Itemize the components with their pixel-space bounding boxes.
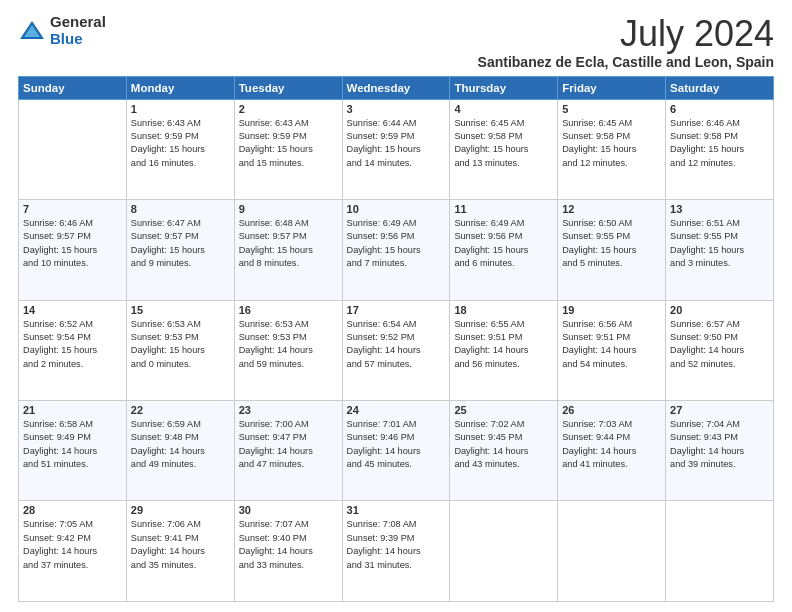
weekday-header-saturday: Saturday xyxy=(666,76,774,99)
logo-general-text: General xyxy=(50,14,106,31)
day-number: 22 xyxy=(131,404,230,416)
day-info: Sunrise: 6:52 AMSunset: 9:54 PMDaylight:… xyxy=(23,318,122,371)
weekday-header-monday: Monday xyxy=(126,76,234,99)
calendar-cell: 9Sunrise: 6:48 AMSunset: 9:57 PMDaylight… xyxy=(234,200,342,300)
day-info: Sunrise: 6:45 AMSunset: 9:58 PMDaylight:… xyxy=(454,117,553,170)
calendar-cell: 24Sunrise: 7:01 AMSunset: 9:46 PMDayligh… xyxy=(342,401,450,501)
day-number: 12 xyxy=(562,203,661,215)
day-info: Sunrise: 6:55 AMSunset: 9:51 PMDaylight:… xyxy=(454,318,553,371)
calendar-cell: 19Sunrise: 6:56 AMSunset: 9:51 PMDayligh… xyxy=(558,300,666,400)
week-row-4: 21Sunrise: 6:58 AMSunset: 9:49 PMDayligh… xyxy=(19,401,774,501)
day-number: 11 xyxy=(454,203,553,215)
calendar-cell: 1Sunrise: 6:43 AMSunset: 9:59 PMDaylight… xyxy=(126,99,234,199)
day-number: 8 xyxy=(131,203,230,215)
weekday-header-tuesday: Tuesday xyxy=(234,76,342,99)
week-row-1: 1Sunrise: 6:43 AMSunset: 9:59 PMDaylight… xyxy=(19,99,774,199)
day-info: Sunrise: 6:57 AMSunset: 9:50 PMDaylight:… xyxy=(670,318,769,371)
calendar-cell: 10Sunrise: 6:49 AMSunset: 9:56 PMDayligh… xyxy=(342,200,450,300)
logo-icon xyxy=(18,17,46,45)
day-number: 20 xyxy=(670,304,769,316)
day-number: 23 xyxy=(239,404,338,416)
day-info: Sunrise: 7:08 AMSunset: 9:39 PMDaylight:… xyxy=(347,518,446,571)
day-info: Sunrise: 6:46 AMSunset: 9:58 PMDaylight:… xyxy=(670,117,769,170)
day-info: Sunrise: 6:58 AMSunset: 9:49 PMDaylight:… xyxy=(23,418,122,471)
day-number: 4 xyxy=(454,103,553,115)
weekday-header-wednesday: Wednesday xyxy=(342,76,450,99)
day-number: 13 xyxy=(670,203,769,215)
day-number: 2 xyxy=(239,103,338,115)
calendar-cell: 20Sunrise: 6:57 AMSunset: 9:50 PMDayligh… xyxy=(666,300,774,400)
calendar-cell: 30Sunrise: 7:07 AMSunset: 9:40 PMDayligh… xyxy=(234,501,342,602)
day-info: Sunrise: 6:53 AMSunset: 9:53 PMDaylight:… xyxy=(131,318,230,371)
day-info: Sunrise: 6:47 AMSunset: 9:57 PMDaylight:… xyxy=(131,217,230,270)
calendar-cell: 8Sunrise: 6:47 AMSunset: 9:57 PMDaylight… xyxy=(126,200,234,300)
page: General Blue July 2024 Santibanez de Ecl… xyxy=(0,0,792,612)
calendar-cell: 15Sunrise: 6:53 AMSunset: 9:53 PMDayligh… xyxy=(126,300,234,400)
day-info: Sunrise: 6:53 AMSunset: 9:53 PMDaylight:… xyxy=(239,318,338,371)
day-number: 15 xyxy=(131,304,230,316)
calendar-cell: 2Sunrise: 6:43 AMSunset: 9:59 PMDaylight… xyxy=(234,99,342,199)
calendar-cell: 28Sunrise: 7:05 AMSunset: 9:42 PMDayligh… xyxy=(19,501,127,602)
day-number: 10 xyxy=(347,203,446,215)
day-number: 5 xyxy=(562,103,661,115)
day-number: 1 xyxy=(131,103,230,115)
calendar-cell: 26Sunrise: 7:03 AMSunset: 9:44 PMDayligh… xyxy=(558,401,666,501)
day-info: Sunrise: 6:43 AMSunset: 9:59 PMDaylight:… xyxy=(131,117,230,170)
calendar-cell: 7Sunrise: 6:46 AMSunset: 9:57 PMDaylight… xyxy=(19,200,127,300)
day-number: 9 xyxy=(239,203,338,215)
calendar-cell xyxy=(666,501,774,602)
day-info: Sunrise: 6:45 AMSunset: 9:58 PMDaylight:… xyxy=(562,117,661,170)
calendar-cell: 16Sunrise: 6:53 AMSunset: 9:53 PMDayligh… xyxy=(234,300,342,400)
day-info: Sunrise: 6:44 AMSunset: 9:59 PMDaylight:… xyxy=(347,117,446,170)
calendar-cell: 22Sunrise: 6:59 AMSunset: 9:48 PMDayligh… xyxy=(126,401,234,501)
calendar-cell: 18Sunrise: 6:55 AMSunset: 9:51 PMDayligh… xyxy=(450,300,558,400)
day-info: Sunrise: 7:04 AMSunset: 9:43 PMDaylight:… xyxy=(670,418,769,471)
calendar-cell: 29Sunrise: 7:06 AMSunset: 9:41 PMDayligh… xyxy=(126,501,234,602)
calendar-cell xyxy=(19,99,127,199)
day-number: 6 xyxy=(670,103,769,115)
day-number: 25 xyxy=(454,404,553,416)
calendar-cell: 27Sunrise: 7:04 AMSunset: 9:43 PMDayligh… xyxy=(666,401,774,501)
day-number: 18 xyxy=(454,304,553,316)
day-number: 3 xyxy=(347,103,446,115)
day-info: Sunrise: 7:07 AMSunset: 9:40 PMDaylight:… xyxy=(239,518,338,571)
week-row-2: 7Sunrise: 6:46 AMSunset: 9:57 PMDaylight… xyxy=(19,200,774,300)
day-number: 21 xyxy=(23,404,122,416)
day-info: Sunrise: 7:02 AMSunset: 9:45 PMDaylight:… xyxy=(454,418,553,471)
calendar-cell: 13Sunrise: 6:51 AMSunset: 9:55 PMDayligh… xyxy=(666,200,774,300)
day-info: Sunrise: 7:06 AMSunset: 9:41 PMDaylight:… xyxy=(131,518,230,571)
calendar-cell: 3Sunrise: 6:44 AMSunset: 9:59 PMDaylight… xyxy=(342,99,450,199)
calendar-cell: 5Sunrise: 6:45 AMSunset: 9:58 PMDaylight… xyxy=(558,99,666,199)
logo: General Blue xyxy=(18,14,106,47)
calendar-cell: 14Sunrise: 6:52 AMSunset: 9:54 PMDayligh… xyxy=(19,300,127,400)
calendar-cell: 21Sunrise: 6:58 AMSunset: 9:49 PMDayligh… xyxy=(19,401,127,501)
day-number: 17 xyxy=(347,304,446,316)
day-number: 28 xyxy=(23,504,122,516)
day-number: 7 xyxy=(23,203,122,215)
calendar-cell: 23Sunrise: 7:00 AMSunset: 9:47 PMDayligh… xyxy=(234,401,342,501)
header: General Blue July 2024 Santibanez de Ecl… xyxy=(18,14,774,70)
calendar-cell: 4Sunrise: 6:45 AMSunset: 9:58 PMDaylight… xyxy=(450,99,558,199)
title-block: July 2024 Santibanez de Ecla, Castille a… xyxy=(478,14,774,70)
day-info: Sunrise: 6:49 AMSunset: 9:56 PMDaylight:… xyxy=(454,217,553,270)
weekday-header-row: SundayMondayTuesdayWednesdayThursdayFrid… xyxy=(19,76,774,99)
location-title: Santibanez de Ecla, Castille and Leon, S… xyxy=(478,54,774,70)
calendar-cell: 12Sunrise: 6:50 AMSunset: 9:55 PMDayligh… xyxy=(558,200,666,300)
logo-text: General Blue xyxy=(50,14,106,47)
day-number: 31 xyxy=(347,504,446,516)
week-row-5: 28Sunrise: 7:05 AMSunset: 9:42 PMDayligh… xyxy=(19,501,774,602)
day-number: 24 xyxy=(347,404,446,416)
day-info: Sunrise: 6:56 AMSunset: 9:51 PMDaylight:… xyxy=(562,318,661,371)
weekday-header-friday: Friday xyxy=(558,76,666,99)
day-info: Sunrise: 6:50 AMSunset: 9:55 PMDaylight:… xyxy=(562,217,661,270)
day-number: 14 xyxy=(23,304,122,316)
logo-blue-text: Blue xyxy=(50,31,106,48)
month-title: July 2024 xyxy=(478,14,774,54)
day-info: Sunrise: 6:48 AMSunset: 9:57 PMDaylight:… xyxy=(239,217,338,270)
day-info: Sunrise: 7:05 AMSunset: 9:42 PMDaylight:… xyxy=(23,518,122,571)
day-number: 16 xyxy=(239,304,338,316)
day-number: 26 xyxy=(562,404,661,416)
weekday-header-thursday: Thursday xyxy=(450,76,558,99)
day-number: 19 xyxy=(562,304,661,316)
calendar-cell: 6Sunrise: 6:46 AMSunset: 9:58 PMDaylight… xyxy=(666,99,774,199)
